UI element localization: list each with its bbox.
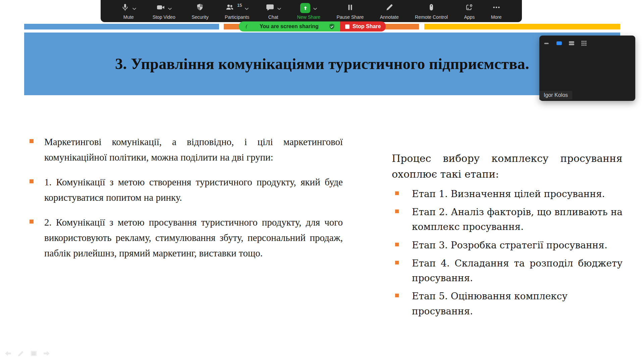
pen-tool-icon [17, 349, 25, 358]
right-bullet-item: Етап 2. Аналіз факторів, що впливають на… [392, 205, 623, 234]
sharing-status-pill: You are screen sharing [239, 21, 340, 32]
right-column: Процес вибору комплексу просування охопл… [392, 151, 623, 322]
left-bullet-item: 1. Комунікації з метою створення туристи… [30, 174, 343, 205]
screen-sharing-banner: You are screen sharing Stop Share [239, 21, 386, 32]
new-share-icon [300, 3, 310, 13]
toolbar-item-security[interactable]: Security [192, 3, 209, 20]
security-shield-icon [196, 3, 204, 12]
participant-name-label: Igor Kolos [539, 91, 572, 100]
next-slide-icon [42, 349, 51, 358]
chevron-down-icon[interactable] [277, 6, 281, 11]
bullet-square-icon [30, 179, 34, 183]
participants-icon [225, 3, 234, 12]
toolbar-item-label: Stop Video [153, 14, 175, 20]
toolbar-item-annotate[interactable]: Annotate [380, 3, 399, 20]
slide-title: 3. Управління комунікаціями туристичного… [115, 55, 529, 73]
toolbar-item-chat[interactable]: Chat [266, 3, 281, 20]
toolbar-item-pause-share[interactable]: Pause Share [336, 3, 364, 20]
video-panel-controls [539, 36, 635, 47]
right-bullet-item: Етап 1. Визначення цілей просування. [392, 187, 623, 201]
right-bullet-item: Етап 5. Оцінювання комплексу просування. [392, 289, 623, 318]
right-bullet-text: Етап 3. Розробка стратегії просування. [412, 238, 623, 253]
toolbar-item-participants[interactable]: 15Participants [225, 3, 249, 20]
toolbar-item-label: Participants [225, 14, 249, 20]
gallery-view-icon [568, 40, 575, 47]
video-camera-icon [156, 3, 165, 12]
stop-square-icon [345, 24, 350, 29]
right-intro-paragraph: Процес вибору комплексу просування охопл… [392, 151, 623, 182]
right-bullet-text: Етап 1. Визначення цілей просування. [412, 187, 623, 201]
toolbar-item-new-share[interactable]: New Share [297, 3, 320, 20]
chevron-down-icon[interactable] [132, 6, 136, 11]
bullet-square-icon [395, 294, 399, 297]
toolbar-item-label: Annotate [380, 14, 399, 20]
chat-bubble-icon [266, 3, 274, 12]
right-bullet-item: Етап 3. Розробка стратегії просування. [392, 238, 623, 253]
grid-view-button[interactable] [581, 40, 587, 47]
bullet-square-icon [395, 209, 399, 213]
left-bullet-text: 1. Комунікації з метою створення туристи… [44, 174, 343, 205]
right-bullet-text: Етап 5. Оцінювання комплексу просування. [412, 289, 600, 318]
previous-slide-icon [4, 349, 12, 358]
toolbar-item-label: Remote Control [415, 14, 448, 20]
pause-icon [346, 3, 355, 12]
toolbar-item-label: New Share [297, 14, 320, 20]
speaker-view-button[interactable] [556, 40, 562, 47]
chevron-down-icon[interactable] [168, 6, 172, 11]
left-column: Маркетингові комунікації, а відповідно, … [30, 134, 343, 270]
video-thumbnail-panel: Igor Kolos [539, 36, 635, 101]
stop-share-button[interactable]: Stop Share [340, 21, 386, 32]
bullet-square-icon [395, 191, 399, 195]
participants-count-badge: 15 [237, 3, 242, 8]
zoom-toolbar: MuteStop VideoSecurity15ParticipantsChat… [101, 0, 522, 22]
left-bullet-item: 2. Комунікації з метою просування турист… [30, 215, 343, 261]
strip-yellow-bar [424, 24, 620, 29]
slide-menu-icon [30, 349, 38, 358]
previous-slide-button[interactable] [4, 349, 12, 358]
more-ellipsis-icon [492, 3, 501, 12]
shield-check-icon [328, 23, 335, 30]
pen-tool-button[interactable] [17, 349, 25, 358]
grid-view-icon [581, 40, 587, 47]
toolbar-item-label: Apps [464, 14, 475, 20]
left-bullet-text: 2. Комунікації з метою просування турист… [44, 215, 343, 261]
strip-blue-bar [24, 24, 219, 29]
minimize-button[interactable] [543, 40, 550, 47]
chevron-down-icon[interactable] [313, 6, 317, 11]
speaker-view-icon [556, 40, 562, 47]
annotate-pencil-icon [385, 3, 394, 12]
left-bullet-text: Маркетингові комунікації, а відповідно, … [44, 134, 343, 165]
apps-icon [465, 3, 474, 12]
bullet-square-icon [30, 220, 34, 224]
bullet-square-icon [395, 243, 399, 246]
microphone-icon [121, 3, 129, 12]
toolbar-item-label: Mute [123, 14, 134, 20]
bullet-square-icon [30, 139, 34, 143]
next-slide-button[interactable] [42, 349, 51, 358]
gallery-view-button[interactable] [568, 40, 575, 47]
toolbar-item-label: More [491, 14, 502, 20]
toolbar-item-remote-control[interactable]: Remote Control [415, 3, 448, 20]
toolbar-item-label: Pause Share [336, 14, 364, 20]
minimize-icon [543, 40, 550, 47]
chevron-down-icon[interactable] [245, 6, 249, 11]
toolbar-item-label: Security [192, 14, 209, 20]
sharing-status-text: You are screen sharing [260, 23, 319, 29]
bullet-square-icon [395, 261, 399, 264]
remote-control-mouse-icon [427, 3, 436, 12]
toolbar-item-label: Chat [268, 14, 278, 20]
right-bullet-item: Етап 4. Складання та розподіл бюджету пр… [392, 256, 623, 286]
right-bullet-list: Етап 1. Визначення цілей просування.Етап… [392, 187, 623, 319]
toolbar-item-apps[interactable]: Apps [464, 3, 475, 20]
left-bullet-item: Маркетингові комунікації, а відповідно, … [30, 134, 343, 165]
right-bullet-text: Етап 4. Складання та розподіл бюджету пр… [412, 256, 623, 286]
slide-menu-button[interactable] [30, 349, 38, 358]
right-bullet-text: Етап 2. Аналіз факторів, що впливають на… [412, 205, 623, 234]
share-swoosh-icon [244, 23, 250, 30]
toolbar-item-stop-video[interactable]: Stop Video [153, 3, 175, 20]
slide-header: 3. Управління комунікаціями туристичного… [24, 33, 620, 95]
stop-share-label: Stop Share [353, 23, 381, 29]
toolbar-item-more[interactable]: More [491, 3, 502, 20]
toolbar-item-mute[interactable]: Mute [121, 3, 136, 20]
presenter-nav [4, 349, 51, 358]
